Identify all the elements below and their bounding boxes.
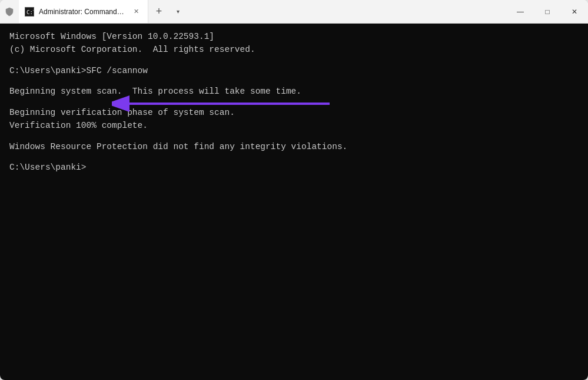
shield-icon: [5, 7, 14, 16]
terminal-area[interactable]: Microsoft Windows [Version 10.0.22593.1]…: [0, 24, 588, 380]
terminal-line-8: Beginning verification phase of system s…: [9, 107, 579, 120]
minimize-icon: —: [517, 8, 524, 16]
terminal-spacer-1: [9, 57, 579, 65]
shield-icon-wrap: [0, 0, 19, 23]
terminal-line-1: Microsoft Windows [Version 10.0.22593.1]: [9, 31, 579, 44]
terminal-spacer-5: [9, 153, 579, 161]
maximize-button[interactable]: □: [534, 0, 561, 23]
new-tab-button[interactable]: +: [148, 0, 170, 23]
tab-close-button[interactable]: ✕: [130, 6, 142, 18]
minimize-button[interactable]: —: [507, 0, 534, 23]
terminal-line-4: C:\Users\panki>SFC /scannow: [9, 65, 579, 78]
active-tab[interactable]: C:\ Administrator: Command Prom ✕: [19, 0, 148, 23]
cmd-icon-img: C:\: [25, 8, 34, 16]
dropdown-button[interactable]: ▾: [170, 0, 186, 23]
tab-label: Administrator: Command Prom: [39, 8, 125, 16]
titlebar: C:\ Administrator: Command Prom ✕ + ▾ — …: [0, 0, 588, 24]
svg-text:C:\: C:\: [26, 9, 34, 15]
close-icon: ✕: [572, 8, 577, 16]
new-tab-icon: +: [156, 5, 162, 18]
close-button[interactable]: ✕: [561, 0, 588, 23]
dropdown-icon: ▾: [177, 8, 180, 15]
terminal-line-9: Verification 100% complete.: [9, 120, 579, 133]
terminal-spacer-2: [9, 77, 579, 85]
terminal-line-6: Beginning system scan. This process will…: [9, 85, 579, 98]
terminal-spacer-4: [9, 133, 579, 141]
tab-area: C:\ Administrator: Command Prom ✕ + ▾: [0, 0, 507, 23]
window-controls: — □ ✕: [507, 0, 588, 23]
terminal-line-11: Windows Resource Protection did not find…: [9, 141, 579, 154]
terminal-line-2: (c) Microsoft Corporation. All rights re…: [9, 44, 579, 57]
terminal-line-13: C:\Users\panki>: [9, 161, 579, 174]
window: C:\ Administrator: Command Prom ✕ + ▾ — …: [0, 0, 588, 380]
cmd-icon: C:\: [25, 7, 34, 16]
terminal-spacer-3: [9, 98, 579, 107]
maximize-icon: □: [545, 8, 549, 16]
